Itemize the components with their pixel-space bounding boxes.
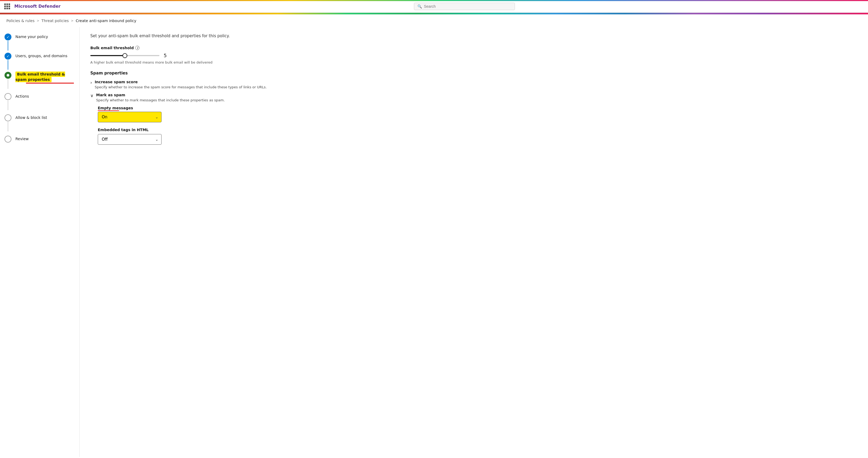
step-circle-bulk bbox=[4, 72, 11, 79]
empty-messages-dropdown-wrap: On Off Test ⌄ bbox=[98, 112, 161, 122]
step-label-name: Name your policy bbox=[16, 33, 48, 40]
step-line-bulk bbox=[8, 79, 8, 89]
slider-row: 5 bbox=[90, 53, 857, 58]
step-circle-users: ✓ bbox=[4, 53, 11, 60]
mark-as-spam-desc: Specify whether to mark messages that in… bbox=[96, 98, 857, 102]
step-underline-bulk bbox=[26, 83, 74, 84]
breadcrumb-policies-rules[interactable]: Policies & rules bbox=[6, 19, 35, 23]
step-label-bulk: Bulk email threshold & spam properties bbox=[16, 71, 65, 82]
rainbow-accent-bar bbox=[0, 0, 868, 1]
slider-value-display: 5 bbox=[164, 53, 170, 58]
increase-spam-score-content: Increase spam score Specify whether to i… bbox=[95, 80, 857, 89]
step-indicator-col-review bbox=[4, 136, 12, 143]
sidebar-step-review[interactable]: Review bbox=[4, 136, 75, 145]
sidebar: ✓ Name your policy ✓ Users, groups, and … bbox=[0, 27, 80, 457]
step-label-users: Users, groups, and domains bbox=[16, 53, 67, 59]
breadcrumb-threat-policies[interactable]: Threat policies bbox=[41, 19, 69, 23]
step-check-users: ✓ bbox=[7, 54, 9, 58]
empty-messages-select[interactable]: On Off Test bbox=[98, 112, 161, 122]
bulk-threshold-slider[interactable] bbox=[90, 55, 159, 56]
step-line-actions bbox=[8, 101, 8, 110]
sidebar-step-users[interactable]: ✓ Users, groups, and domains bbox=[4, 53, 75, 72]
mark-as-spam-title: Mark as spam bbox=[96, 93, 857, 97]
waffle-menu-icon[interactable] bbox=[4, 3, 10, 9]
step-circle-allow-block bbox=[4, 114, 11, 121]
step-line-users bbox=[8, 60, 8, 70]
step-circle-name: ✓ bbox=[4, 33, 11, 40]
breadcrumb-sep-1: > bbox=[37, 19, 39, 23]
content-area: Set your anti-spam bulk email threshold … bbox=[80, 27, 868, 457]
embedded-tags-section: Embedded tags in HTML On Off Test ⌄ bbox=[98, 128, 857, 145]
step-label-review: Review bbox=[16, 136, 29, 142]
increase-spam-score-chevron[interactable]: › bbox=[90, 80, 92, 85]
step-bulk-content: Bulk email threshold & spam properties bbox=[16, 72, 75, 84]
step-indicator-col-allow-block bbox=[4, 114, 12, 132]
increase-spam-score-desc: Specify whether to increase the spam sco… bbox=[95, 85, 857, 89]
mark-as-spam-chevron[interactable]: ∨ bbox=[90, 93, 94, 98]
sidebar-step-allow-block[interactable]: Allow & block list bbox=[4, 114, 75, 134]
mark-as-spam-row: ∨ Mark as spam Specify whether to mark m… bbox=[90, 93, 857, 102]
spam-properties-title: Spam properties bbox=[90, 71, 857, 76]
breadcrumb: Policies & rules > Threat policies > Cre… bbox=[0, 15, 868, 27]
mark-spam-expanded-section: Empty messages On Off Test ⌄ Embedded ta… bbox=[98, 106, 857, 145]
topbar: Microsoft Defender 🔍 bbox=[0, 0, 868, 13]
search-icon: 🔍 bbox=[417, 4, 422, 8]
step-indicator-col-name: ✓ bbox=[4, 33, 12, 51]
content-intro-text: Set your anti-spam bulk email threshold … bbox=[90, 33, 857, 38]
step-indicator-col-bulk bbox=[4, 72, 12, 89]
mark-as-spam-content: Mark as spam Specify whether to mark mes… bbox=[96, 93, 857, 102]
step-circle-review bbox=[4, 136, 11, 143]
increase-spam-score-title: Increase spam score bbox=[95, 80, 857, 84]
embedded-tags-label: Embedded tags in HTML bbox=[98, 128, 857, 132]
sidebar-step-name[interactable]: ✓ Name your policy bbox=[4, 33, 75, 53]
sidebar-step-actions[interactable]: Actions bbox=[4, 93, 75, 112]
threshold-label-text: Bulk email threshold bbox=[90, 46, 134, 50]
step-check-name: ✓ bbox=[7, 35, 9, 39]
step-indicator-col-actions bbox=[4, 93, 12, 110]
empty-messages-label: Empty messages bbox=[98, 106, 857, 110]
search-bar[interactable]: 🔍 bbox=[414, 3, 515, 10]
step-dot-bulk bbox=[7, 74, 9, 77]
breadcrumb-current: Create anti-spam inbound policy bbox=[76, 19, 136, 23]
threshold-hint-text: A higher bulk email threshold means more… bbox=[90, 60, 857, 64]
step-label-allow-block: Allow & block list bbox=[16, 114, 47, 120]
empty-messages-red-underline bbox=[98, 110, 119, 111]
search-input[interactable] bbox=[424, 4, 512, 8]
step-circle-actions bbox=[4, 93, 11, 100]
sidebar-step-bulk[interactable]: Bulk email threshold & spam properties bbox=[4, 72, 75, 91]
embedded-tags-dropdown-wrap: On Off Test ⌄ bbox=[98, 134, 161, 145]
breadcrumb-sep-2: > bbox=[71, 19, 73, 23]
step-line-name bbox=[8, 41, 8, 51]
step-indicator-col-users: ✓ bbox=[4, 53, 12, 70]
step-line-allow-block bbox=[8, 122, 8, 132]
step-label-actions: Actions bbox=[16, 93, 29, 99]
app-title: Microsoft Defender bbox=[14, 4, 61, 9]
threshold-label-row: Bulk email threshold i bbox=[90, 46, 857, 50]
increase-spam-score-row: › Increase spam score Specify whether to… bbox=[90, 80, 857, 89]
threshold-info-icon[interactable]: i bbox=[135, 46, 140, 50]
main-layout: ✓ Name your policy ✓ Users, groups, and … bbox=[0, 27, 868, 457]
embedded-tags-select[interactable]: On Off Test bbox=[98, 134, 161, 145]
